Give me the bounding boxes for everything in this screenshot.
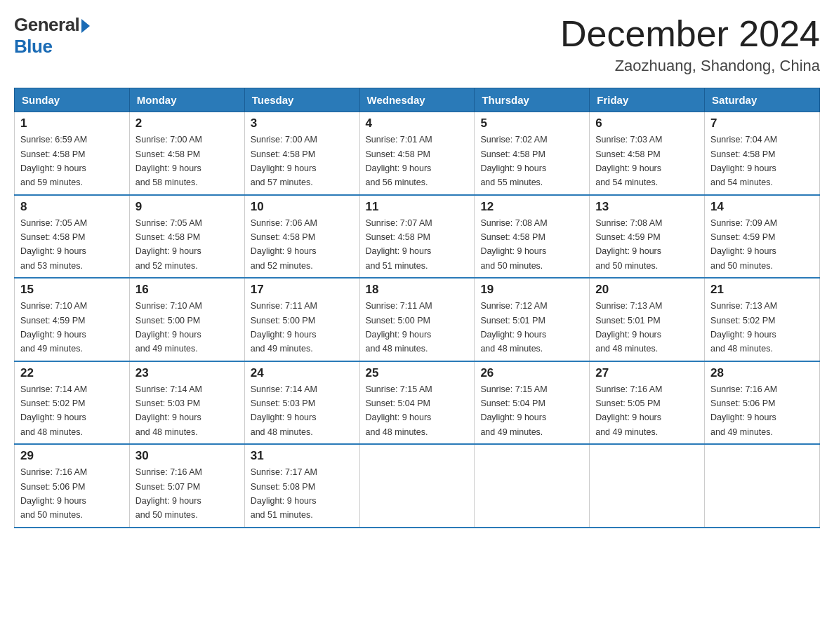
logo-blue-text: Blue bbox=[14, 36, 90, 58]
table-row: 8Sunrise: 7:05 AMSunset: 4:58 PMDaylight… bbox=[15, 195, 130, 279]
col-saturday: Saturday bbox=[705, 88, 820, 112]
day-number: 6 bbox=[595, 116, 699, 130]
day-number: 23 bbox=[135, 366, 239, 380]
logo-general-text: General bbox=[14, 14, 79, 36]
col-tuesday: Tuesday bbox=[244, 88, 359, 112]
day-info: Sunrise: 6:59 AMSunset: 4:58 PMDaylight:… bbox=[20, 135, 87, 187]
day-number: 30 bbox=[135, 449, 239, 463]
table-row: 23Sunrise: 7:14 AMSunset: 5:03 PMDayligh… bbox=[129, 361, 244, 445]
day-info: Sunrise: 7:06 AMSunset: 4:58 PMDaylight:… bbox=[251, 218, 317, 271]
day-info: Sunrise: 7:10 AMSunset: 5:00 PMDaylight:… bbox=[135, 301, 202, 354]
day-info: Sunrise: 7:16 AMSunset: 5:07 PMDaylight:… bbox=[135, 467, 202, 520]
table-row: 20Sunrise: 7:13 AMSunset: 5:01 PMDayligh… bbox=[590, 278, 705, 361]
day-info: Sunrise: 7:14 AMSunset: 5:03 PMDaylight:… bbox=[135, 384, 202, 437]
day-info: Sunrise: 7:17 AMSunset: 5:08 PMDaylight:… bbox=[251, 467, 317, 520]
table-row: 13Sunrise: 7:08 AMSunset: 4:59 PMDayligh… bbox=[590, 195, 705, 279]
day-info: Sunrise: 7:07 AMSunset: 4:58 PMDaylight:… bbox=[366, 218, 432, 271]
day-info: Sunrise: 7:04 AMSunset: 4:58 PMDaylight:… bbox=[710, 135, 777, 187]
calendar-week-row: 29Sunrise: 7:16 AMSunset: 5:06 PMDayligh… bbox=[15, 444, 820, 528]
table-row: 25Sunrise: 7:15 AMSunset: 5:04 PMDayligh… bbox=[359, 361, 475, 445]
day-number: 9 bbox=[135, 200, 239, 214]
table-row: 3Sunrise: 7:00 AMSunset: 4:58 PMDaylight… bbox=[244, 112, 359, 195]
table-row: 16Sunrise: 7:10 AMSunset: 5:00 PMDayligh… bbox=[129, 278, 244, 361]
table-row: 29Sunrise: 7:16 AMSunset: 5:06 PMDayligh… bbox=[15, 444, 130, 528]
day-number: 28 bbox=[710, 366, 814, 380]
table-row: 2Sunrise: 7:00 AMSunset: 4:58 PMDaylight… bbox=[129, 112, 244, 195]
table-row: 9Sunrise: 7:05 AMSunset: 4:58 PMDaylight… bbox=[129, 195, 244, 279]
table-row: 31Sunrise: 7:17 AMSunset: 5:08 PMDayligh… bbox=[244, 444, 359, 528]
page-title: December 2024 bbox=[560, 14, 820, 54]
calendar-week-row: 22Sunrise: 7:14 AMSunset: 5:02 PMDayligh… bbox=[15, 361, 820, 445]
title-block: December 2024 Zaozhuang, Shandong, China bbox=[560, 14, 820, 75]
day-number: 26 bbox=[480, 366, 583, 380]
day-number: 3 bbox=[251, 116, 354, 130]
col-wednesday: Wednesday bbox=[359, 88, 475, 112]
day-number: 4 bbox=[366, 116, 469, 130]
table-row: 14Sunrise: 7:09 AMSunset: 4:59 PMDayligh… bbox=[705, 195, 820, 279]
day-info: Sunrise: 7:11 AMSunset: 5:00 PMDaylight:… bbox=[366, 301, 432, 354]
table-row: 24Sunrise: 7:14 AMSunset: 5:03 PMDayligh… bbox=[244, 361, 359, 445]
day-info: Sunrise: 7:11 AMSunset: 5:00 PMDaylight:… bbox=[251, 301, 317, 354]
table-row bbox=[705, 444, 820, 528]
table-row: 1Sunrise: 6:59 AMSunset: 4:58 PMDaylight… bbox=[15, 112, 130, 195]
day-info: Sunrise: 7:16 AMSunset: 5:05 PMDaylight:… bbox=[595, 384, 662, 437]
col-friday: Friday bbox=[590, 88, 705, 112]
table-row: 12Sunrise: 7:08 AMSunset: 4:58 PMDayligh… bbox=[475, 195, 590, 279]
col-sunday: Sunday bbox=[15, 88, 130, 112]
day-info: Sunrise: 7:10 AMSunset: 4:59 PMDaylight:… bbox=[20, 301, 87, 354]
table-row: 11Sunrise: 7:07 AMSunset: 4:58 PMDayligh… bbox=[359, 195, 475, 279]
day-info: Sunrise: 7:05 AMSunset: 4:58 PMDaylight:… bbox=[135, 218, 202, 271]
calendar-header-row: Sunday Monday Tuesday Wednesday Thursday… bbox=[15, 88, 820, 112]
table-row: 4Sunrise: 7:01 AMSunset: 4:58 PMDaylight… bbox=[359, 112, 475, 195]
day-number: 7 bbox=[710, 116, 814, 130]
calendar-week-row: 1Sunrise: 6:59 AMSunset: 4:58 PMDaylight… bbox=[15, 112, 820, 195]
calendar-table: Sunday Monday Tuesday Wednesday Thursday… bbox=[14, 88, 820, 528]
col-monday: Monday bbox=[129, 88, 244, 112]
day-info: Sunrise: 7:16 AMSunset: 5:06 PMDaylight:… bbox=[710, 384, 777, 437]
day-number: 15 bbox=[20, 283, 124, 297]
table-row bbox=[359, 444, 475, 528]
day-number: 14 bbox=[710, 200, 814, 214]
calendar-week-row: 8Sunrise: 7:05 AMSunset: 4:58 PMDaylight… bbox=[15, 195, 820, 279]
day-number: 1 bbox=[20, 116, 124, 130]
day-info: Sunrise: 7:15 AMSunset: 5:04 PMDaylight:… bbox=[480, 384, 547, 437]
day-number: 11 bbox=[366, 200, 469, 214]
table-row: 26Sunrise: 7:15 AMSunset: 5:04 PMDayligh… bbox=[475, 361, 590, 445]
day-number: 13 bbox=[595, 200, 699, 214]
page-subtitle: Zaozhuang, Shandong, China bbox=[560, 57, 820, 75]
day-number: 25 bbox=[366, 366, 469, 380]
page-header: General Blue December 2024 Zaozhuang, Sh… bbox=[14, 14, 820, 75]
day-info: Sunrise: 7:16 AMSunset: 5:06 PMDaylight:… bbox=[20, 467, 87, 520]
day-number: 20 bbox=[595, 283, 699, 297]
table-row: 7Sunrise: 7:04 AMSunset: 4:58 PMDaylight… bbox=[705, 112, 820, 195]
day-number: 12 bbox=[480, 200, 583, 214]
day-info: Sunrise: 7:00 AMSunset: 4:58 PMDaylight:… bbox=[251, 135, 317, 187]
day-number: 2 bbox=[135, 116, 239, 130]
table-row: 5Sunrise: 7:02 AMSunset: 4:58 PMDaylight… bbox=[475, 112, 590, 195]
day-info: Sunrise: 7:14 AMSunset: 5:02 PMDaylight:… bbox=[20, 384, 87, 437]
day-info: Sunrise: 7:00 AMSunset: 4:58 PMDaylight:… bbox=[135, 135, 202, 187]
day-number: 17 bbox=[251, 283, 354, 297]
day-number: 5 bbox=[480, 116, 583, 130]
day-info: Sunrise: 7:13 AMSunset: 5:02 PMDaylight:… bbox=[710, 301, 777, 354]
day-info: Sunrise: 7:15 AMSunset: 5:04 PMDaylight:… bbox=[366, 384, 432, 437]
day-number: 10 bbox=[251, 200, 354, 214]
day-number: 8 bbox=[20, 200, 124, 214]
table-row: 19Sunrise: 7:12 AMSunset: 5:01 PMDayligh… bbox=[475, 278, 590, 361]
table-row: 22Sunrise: 7:14 AMSunset: 5:02 PMDayligh… bbox=[15, 361, 130, 445]
logo-triangle-icon bbox=[81, 19, 90, 33]
day-number: 31 bbox=[251, 449, 354, 463]
table-row: 10Sunrise: 7:06 AMSunset: 4:58 PMDayligh… bbox=[244, 195, 359, 279]
day-number: 18 bbox=[366, 283, 469, 297]
day-number: 22 bbox=[20, 366, 124, 380]
table-row: 17Sunrise: 7:11 AMSunset: 5:00 PMDayligh… bbox=[244, 278, 359, 361]
table-row: 18Sunrise: 7:11 AMSunset: 5:00 PMDayligh… bbox=[359, 278, 475, 361]
day-info: Sunrise: 7:13 AMSunset: 5:01 PMDaylight:… bbox=[595, 301, 662, 354]
calendar-week-row: 15Sunrise: 7:10 AMSunset: 4:59 PMDayligh… bbox=[15, 278, 820, 361]
table-row: 27Sunrise: 7:16 AMSunset: 5:05 PMDayligh… bbox=[590, 361, 705, 445]
table-row: 15Sunrise: 7:10 AMSunset: 4:59 PMDayligh… bbox=[15, 278, 130, 361]
col-thursday: Thursday bbox=[475, 88, 590, 112]
day-number: 21 bbox=[710, 283, 814, 297]
day-info: Sunrise: 7:09 AMSunset: 4:59 PMDaylight:… bbox=[710, 218, 777, 271]
table-row: 28Sunrise: 7:16 AMSunset: 5:06 PMDayligh… bbox=[705, 361, 820, 445]
